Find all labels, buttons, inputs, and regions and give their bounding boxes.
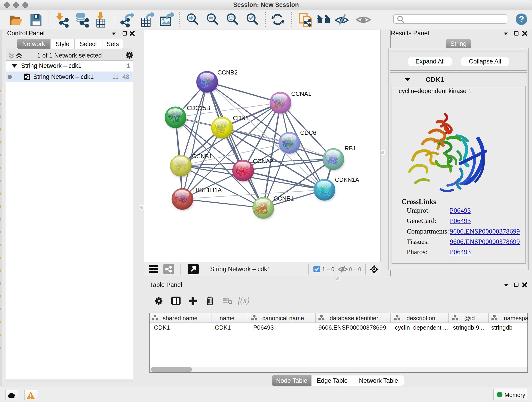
- svg-text:CCNA1: CCNA1: [291, 90, 311, 97]
- svg-text:CDK1: CDK1: [233, 115, 249, 121]
- svg-text:CDKN1A: CDKN1A: [335, 176, 359, 183]
- svg-text:RB1: RB1: [345, 145, 356, 152]
- svg-text:CCNE1: CCNE1: [273, 195, 294, 202]
- svg-text:CCNB1: CCNB1: [192, 153, 212, 160]
- svg-text:CDC25B: CDC25B: [187, 104, 210, 111]
- svg-text:CCNA2: CCNA2: [253, 158, 273, 165]
- svg-text:HIST1H1A: HIST1H1A: [193, 186, 222, 193]
- svg-text:CDC6: CDC6: [300, 129, 317, 136]
- svg-text:CCNB2: CCNB2: [217, 69, 238, 76]
